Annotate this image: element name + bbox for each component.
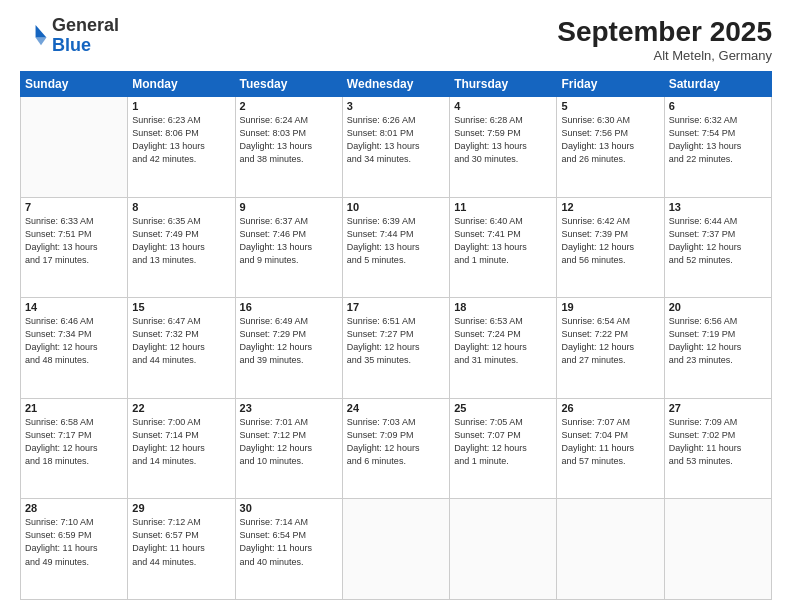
calendar-week-row: 21Sunrise: 6:58 AMSunset: 7:17 PMDayligh… <box>21 398 772 499</box>
day-number: 20 <box>669 301 767 313</box>
day-number: 13 <box>669 201 767 213</box>
table-row: 22Sunrise: 7:00 AMSunset: 7:14 PMDayligh… <box>128 398 235 499</box>
location: Alt Meteln, Germany <box>557 48 772 63</box>
col-monday: Monday <box>128 72 235 97</box>
day-info: Sunrise: 6:35 AMSunset: 7:49 PMDaylight:… <box>132 215 230 267</box>
day-info: Sunrise: 6:53 AMSunset: 7:24 PMDaylight:… <box>454 315 552 367</box>
table-row <box>342 499 449 600</box>
table-row: 29Sunrise: 7:12 AMSunset: 6:57 PMDayligh… <box>128 499 235 600</box>
logo-blue-text: Blue <box>52 35 91 55</box>
table-row: 16Sunrise: 6:49 AMSunset: 7:29 PMDayligh… <box>235 298 342 399</box>
table-row: 10Sunrise: 6:39 AMSunset: 7:44 PMDayligh… <box>342 197 449 298</box>
day-info: Sunrise: 6:58 AMSunset: 7:17 PMDaylight:… <box>25 416 123 468</box>
day-number: 9 <box>240 201 338 213</box>
day-number: 2 <box>240 100 338 112</box>
day-info: Sunrise: 6:40 AMSunset: 7:41 PMDaylight:… <box>454 215 552 267</box>
day-number: 28 <box>25 502 123 514</box>
table-row: 17Sunrise: 6:51 AMSunset: 7:27 PMDayligh… <box>342 298 449 399</box>
col-sunday: Sunday <box>21 72 128 97</box>
day-info: Sunrise: 6:23 AMSunset: 8:06 PMDaylight:… <box>132 114 230 166</box>
day-number: 11 <box>454 201 552 213</box>
col-thursday: Thursday <box>450 72 557 97</box>
day-info: Sunrise: 6:51 AMSunset: 7:27 PMDaylight:… <box>347 315 445 367</box>
calendar-week-row: 14Sunrise: 6:46 AMSunset: 7:34 PMDayligh… <box>21 298 772 399</box>
col-tuesday: Tuesday <box>235 72 342 97</box>
day-info: Sunrise: 6:54 AMSunset: 7:22 PMDaylight:… <box>561 315 659 367</box>
day-info: Sunrise: 6:33 AMSunset: 7:51 PMDaylight:… <box>25 215 123 267</box>
day-info: Sunrise: 6:26 AMSunset: 8:01 PMDaylight:… <box>347 114 445 166</box>
table-row: 5Sunrise: 6:30 AMSunset: 7:56 PMDaylight… <box>557 97 664 198</box>
table-row: 27Sunrise: 7:09 AMSunset: 7:02 PMDayligh… <box>664 398 771 499</box>
day-info: Sunrise: 6:39 AMSunset: 7:44 PMDaylight:… <box>347 215 445 267</box>
month-title: September 2025 <box>557 16 772 48</box>
table-row: 13Sunrise: 6:44 AMSunset: 7:37 PMDayligh… <box>664 197 771 298</box>
day-number: 3 <box>347 100 445 112</box>
day-number: 17 <box>347 301 445 313</box>
table-row: 25Sunrise: 7:05 AMSunset: 7:07 PMDayligh… <box>450 398 557 499</box>
day-number: 1 <box>132 100 230 112</box>
calendar-header-row: Sunday Monday Tuesday Wednesday Thursday… <box>21 72 772 97</box>
logo-icon <box>20 22 48 50</box>
calendar-week-row: 7Sunrise: 6:33 AMSunset: 7:51 PMDaylight… <box>21 197 772 298</box>
day-number: 14 <box>25 301 123 313</box>
day-number: 10 <box>347 201 445 213</box>
col-friday: Friday <box>557 72 664 97</box>
table-row: 4Sunrise: 6:28 AMSunset: 7:59 PMDaylight… <box>450 97 557 198</box>
day-info: Sunrise: 7:09 AMSunset: 7:02 PMDaylight:… <box>669 416 767 468</box>
table-row: 26Sunrise: 7:07 AMSunset: 7:04 PMDayligh… <box>557 398 664 499</box>
day-info: Sunrise: 7:14 AMSunset: 6:54 PMDaylight:… <box>240 516 338 568</box>
day-info: Sunrise: 6:42 AMSunset: 7:39 PMDaylight:… <box>561 215 659 267</box>
table-row: 7Sunrise: 6:33 AMSunset: 7:51 PMDaylight… <box>21 197 128 298</box>
day-info: Sunrise: 6:56 AMSunset: 7:19 PMDaylight:… <box>669 315 767 367</box>
day-number: 8 <box>132 201 230 213</box>
day-info: Sunrise: 6:30 AMSunset: 7:56 PMDaylight:… <box>561 114 659 166</box>
table-row: 24Sunrise: 7:03 AMSunset: 7:09 PMDayligh… <box>342 398 449 499</box>
svg-marker-1 <box>36 37 47 45</box>
day-info: Sunrise: 7:03 AMSunset: 7:09 PMDaylight:… <box>347 416 445 468</box>
day-info: Sunrise: 7:07 AMSunset: 7:04 PMDaylight:… <box>561 416 659 468</box>
day-info: Sunrise: 6:32 AMSunset: 7:54 PMDaylight:… <box>669 114 767 166</box>
day-number: 23 <box>240 402 338 414</box>
day-number: 30 <box>240 502 338 514</box>
table-row: 3Sunrise: 6:26 AMSunset: 8:01 PMDaylight… <box>342 97 449 198</box>
day-number: 7 <box>25 201 123 213</box>
day-number: 5 <box>561 100 659 112</box>
day-info: Sunrise: 6:37 AMSunset: 7:46 PMDaylight:… <box>240 215 338 267</box>
table-row: 11Sunrise: 6:40 AMSunset: 7:41 PMDayligh… <box>450 197 557 298</box>
table-row: 9Sunrise: 6:37 AMSunset: 7:46 PMDaylight… <box>235 197 342 298</box>
day-number: 25 <box>454 402 552 414</box>
day-info: Sunrise: 7:05 AMSunset: 7:07 PMDaylight:… <box>454 416 552 468</box>
table-row: 2Sunrise: 6:24 AMSunset: 8:03 PMDaylight… <box>235 97 342 198</box>
svg-marker-0 <box>36 25 47 37</box>
day-number: 19 <box>561 301 659 313</box>
table-row <box>450 499 557 600</box>
day-number: 12 <box>561 201 659 213</box>
day-info: Sunrise: 6:47 AMSunset: 7:32 PMDaylight:… <box>132 315 230 367</box>
day-number: 27 <box>669 402 767 414</box>
day-number: 21 <box>25 402 123 414</box>
col-wednesday: Wednesday <box>342 72 449 97</box>
calendar-week-row: 28Sunrise: 7:10 AMSunset: 6:59 PMDayligh… <box>21 499 772 600</box>
table-row: 23Sunrise: 7:01 AMSunset: 7:12 PMDayligh… <box>235 398 342 499</box>
day-info: Sunrise: 6:46 AMSunset: 7:34 PMDaylight:… <box>25 315 123 367</box>
day-number: 24 <box>347 402 445 414</box>
table-row: 15Sunrise: 6:47 AMSunset: 7:32 PMDayligh… <box>128 298 235 399</box>
day-info: Sunrise: 7:10 AMSunset: 6:59 PMDaylight:… <box>25 516 123 568</box>
table-row: 8Sunrise: 6:35 AMSunset: 7:49 PMDaylight… <box>128 197 235 298</box>
title-block: September 2025 Alt Meteln, Germany <box>557 16 772 63</box>
day-number: 15 <box>132 301 230 313</box>
table-row: 1Sunrise: 6:23 AMSunset: 8:06 PMDaylight… <box>128 97 235 198</box>
table-row: 28Sunrise: 7:10 AMSunset: 6:59 PMDayligh… <box>21 499 128 600</box>
day-number: 4 <box>454 100 552 112</box>
table-row <box>557 499 664 600</box>
calendar-table: Sunday Monday Tuesday Wednesday Thursday… <box>20 71 772 600</box>
day-number: 16 <box>240 301 338 313</box>
day-info: Sunrise: 7:00 AMSunset: 7:14 PMDaylight:… <box>132 416 230 468</box>
table-row: 20Sunrise: 6:56 AMSunset: 7:19 PMDayligh… <box>664 298 771 399</box>
table-row: 14Sunrise: 6:46 AMSunset: 7:34 PMDayligh… <box>21 298 128 399</box>
day-info: Sunrise: 6:44 AMSunset: 7:37 PMDaylight:… <box>669 215 767 267</box>
day-number: 18 <box>454 301 552 313</box>
table-row: 18Sunrise: 6:53 AMSunset: 7:24 PMDayligh… <box>450 298 557 399</box>
table-row: 30Sunrise: 7:14 AMSunset: 6:54 PMDayligh… <box>235 499 342 600</box>
day-number: 26 <box>561 402 659 414</box>
